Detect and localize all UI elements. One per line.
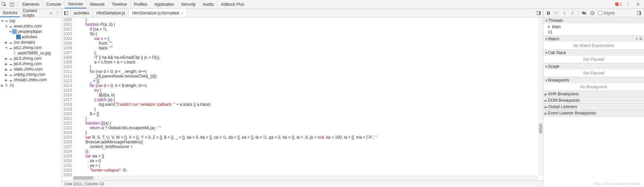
tree-pic3[interactable]: ▶☁pic3.zhimg.com bbox=[0, 56, 61, 61]
sidebar-tab-content-scripts[interactable]: Content scripts bbox=[20, 9, 48, 17]
devtools-tabs: ElementsConsoleSourcesNetworkTimelinePro… bbox=[19, 0, 248, 8]
sources-sidebar: Sources Content scripts » ⋮ ▼▭top ▼☁www.… bbox=[0, 9, 62, 187]
file-tab-bar: activitiesHtmlSerializer.jsHtmlSerialize… bbox=[62, 9, 543, 17]
tab-profiles[interactable]: Profiles bbox=[131, 0, 151, 8]
status-bar: Line 1011, Column 13 http://blog.csdn.ne… bbox=[62, 180, 543, 187]
tree-ext1[interactable]: ▶⚙#1 bbox=[0, 83, 61, 88]
callstack-empty: Not Paused bbox=[545, 56, 642, 62]
svg-rect-14 bbox=[592, 13, 593, 13]
toggle-debugger-icon[interactable] bbox=[534, 11, 543, 15]
async-checkbox[interactable]: Async bbox=[598, 11, 615, 15]
breakpoints-header[interactable]: ▼Breakpoints bbox=[543, 77, 644, 83]
svg-rect-8 bbox=[549, 11, 550, 15]
thread-main[interactable]: Main bbox=[545, 24, 642, 30]
sidebar-tabs-more-icon[interactable]: » bbox=[48, 11, 53, 15]
tree-pic2[interactable]: ▼☁pic2.zhimg.com bbox=[0, 45, 61, 50]
debugger-panel: Async ▼Threads Main #1 ▼Watch+↻ No Watch… bbox=[543, 9, 644, 187]
code-editor[interactable]: } function P(a, b) { if (ca = !1, !b) { … bbox=[75, 17, 543, 180]
tree-file-activities[interactable]: activities bbox=[0, 34, 61, 40]
svg-point-11 bbox=[572, 11, 573, 12]
breakpoints-empty: No Breakpoints bbox=[545, 84, 642, 90]
callstack-header[interactable]: ▼Call Stack bbox=[543, 50, 644, 56]
tab-application[interactable]: Application bbox=[151, 0, 178, 8]
tab-timeline[interactable]: Timeline bbox=[108, 0, 131, 8]
close-icon[interactable]: ✕ bbox=[634, 0, 642, 8]
threads-header[interactable]: ▼Threads bbox=[543, 17, 644, 24]
thread-1[interactable]: #1 bbox=[545, 30, 642, 35]
svg-point-10 bbox=[564, 14, 565, 15]
sidebar-menu-icon[interactable]: ⋮ bbox=[53, 11, 61, 15]
scope-header[interactable]: ▼Scope bbox=[543, 63, 644, 69]
tab-elements[interactable]: Elements bbox=[19, 0, 43, 8]
inspect-icon[interactable] bbox=[0, 0, 8, 8]
line-gutter: 1000100110021003100410051006100710081009… bbox=[62, 17, 75, 180]
svg-rect-7 bbox=[547, 11, 548, 15]
step-over-icon[interactable] bbox=[553, 9, 560, 17]
editor-pane: activitiesHtmlSerializer.jsHtmlSerialize… bbox=[62, 9, 543, 187]
add-watch-icon[interactable]: + bbox=[636, 37, 638, 41]
tree-unpkg[interactable]: ▶☁unpkg.zhimg.com bbox=[0, 72, 61, 77]
menu-icon[interactable]: ⋮ bbox=[624, 0, 632, 8]
tree-zhstatic[interactable]: ▶☁zhstatic.zhihu.com bbox=[0, 77, 61, 83]
error-badge[interactable]: ×1 bbox=[615, 2, 622, 7]
refresh-watch-icon[interactable]: ↻ bbox=[639, 37, 643, 41]
deactivate-breakpoints-icon[interactable] bbox=[581, 9, 588, 17]
tree-pic4[interactable]: ▶☁pic4.zhimg.com bbox=[0, 61, 61, 66]
tree-folder-people[interactable]: ▼people/pfqian bbox=[0, 29, 61, 34]
tree-pic2-file[interactable]: 🗋aadd7b895_xs.jpg bbox=[0, 50, 61, 56]
watch-empty: No Watch Expressions bbox=[545, 43, 642, 49]
pause-icon[interactable] bbox=[545, 9, 552, 17]
tree-static[interactable]: ▶☁static.zhihu.com bbox=[0, 66, 61, 72]
close-tab-icon[interactable]: × bbox=[181, 11, 183, 15]
watch-header[interactable]: ▼Watch+↻ bbox=[543, 36, 644, 42]
error-count: 1 bbox=[620, 2, 622, 7]
device-toggle-icon[interactable] bbox=[8, 0, 16, 8]
tree-no-domain[interactable]: ▶☁(no domain) bbox=[0, 40, 61, 45]
step-out-icon[interactable] bbox=[569, 9, 576, 17]
tree-domain-main[interactable]: ▼☁www.zhihu.com bbox=[0, 24, 61, 29]
global-listeners-header[interactable]: ▶Global Listeners bbox=[543, 104, 644, 110]
tab-audits[interactable]: Audits bbox=[199, 0, 217, 8]
file-tree: ▼▭top ▼☁www.zhihu.com ▼people/pfqian act… bbox=[0, 17, 61, 187]
main-toolbar: ElementsConsoleSourcesNetworkTimelinePro… bbox=[0, 0, 644, 9]
file-tab[interactable]: activities bbox=[70, 9, 93, 17]
svg-rect-2 bbox=[12, 4, 14, 6]
svg-rect-4 bbox=[64, 11, 65, 15]
vertical-scrollbar[interactable] bbox=[538, 17, 543, 176]
tab-security[interactable]: Security bbox=[178, 0, 199, 8]
dom-bp-header[interactable]: ▶DOM Breakpoints bbox=[543, 97, 644, 103]
collapse-panel-icon[interactable] bbox=[635, 9, 643, 17]
svg-rect-16 bbox=[640, 11, 641, 15]
toggle-navigator-icon[interactable] bbox=[62, 9, 70, 17]
file-tab[interactable]: HtmlSerializer.js bbox=[93, 9, 129, 17]
pause-on-exceptions-icon[interactable] bbox=[589, 9, 596, 17]
event-listener-bp-header[interactable]: ▶Event Listener Breakpoints bbox=[543, 110, 644, 116]
xhr-bp-header[interactable]: ▶XHR Breakpoints bbox=[543, 91, 644, 97]
tab-adblock-plus[interactable]: Adblock Plus bbox=[217, 0, 248, 8]
sidebar-tab-sources[interactable]: Sources bbox=[0, 9, 20, 17]
svg-rect-6 bbox=[539, 11, 540, 15]
tab-network[interactable]: Network bbox=[87, 0, 108, 8]
tab-console[interactable]: Console bbox=[43, 0, 65, 8]
file-tab[interactable]: HtmlSerializer.js:formatted× bbox=[129, 9, 187, 17]
scope-empty: Not Paused bbox=[545, 70, 642, 76]
step-into-icon[interactable] bbox=[561, 9, 568, 17]
tree-top[interactable]: ▼▭top bbox=[0, 18, 61, 24]
tab-sources[interactable]: Sources bbox=[65, 0, 87, 8]
divider bbox=[17, 2, 18, 7]
horizontal-scrollbar[interactable] bbox=[73, 176, 538, 180]
svg-point-9 bbox=[557, 13, 558, 14]
